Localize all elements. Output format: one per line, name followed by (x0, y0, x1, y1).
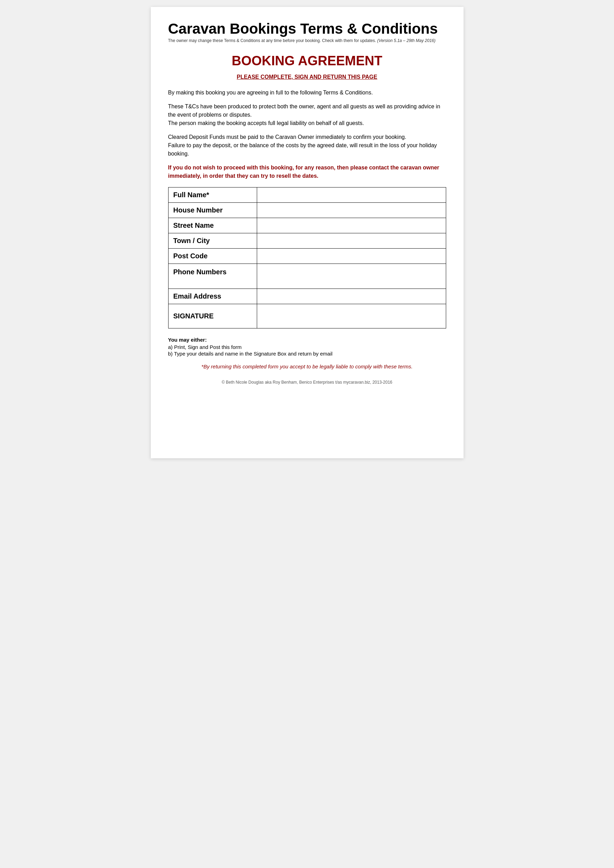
table-row: Email Address (168, 289, 446, 304)
list-item: a) Print, Sign and Post this form (168, 344, 446, 350)
header-subtitle: The owner may change these Terms & Condi… (168, 38, 446, 43)
field-value-signature[interactable] (257, 304, 446, 329)
field-label-post-code: Post Code (168, 249, 257, 264)
field-value-post-code[interactable] (257, 249, 446, 264)
field-label-phone-numbers: Phone Numbers (168, 264, 257, 289)
header: Caravan Bookings Terms & Conditions The … (168, 21, 446, 43)
paragraph-3: Cleared Deposit Funds must be paid to th… (168, 133, 446, 158)
please-complete-label: PLEASE COMPLETE, SIGN AND RETURN THIS PA… (168, 74, 446, 80)
field-label-email-address: Email Address (168, 289, 257, 304)
list-item: b) Type your details and name in the Sig… (168, 351, 446, 356)
instructions-heading: You may either: (168, 337, 446, 343)
table-row: Full Name* (168, 188, 446, 203)
table-row: House Number (168, 203, 446, 218)
paragraph-1: By making this booking you are agreeing … (168, 88, 446, 97)
field-value-house-number[interactable] (257, 203, 446, 218)
instructions: You may either: a) Print, Sign and Post … (168, 337, 446, 356)
table-row: Town / City (168, 233, 446, 249)
field-value-phone-numbers[interactable] (257, 264, 446, 289)
table-row: Post Code (168, 249, 446, 264)
page: Caravan Bookings Terms & Conditions The … (151, 7, 463, 458)
table-row: Street Name (168, 218, 446, 233)
legal-note: *By returning this completed form you ac… (168, 364, 446, 369)
warning-text: If you do not wish to proceed with this … (168, 164, 446, 180)
field-value-town-city[interactable] (257, 233, 446, 249)
table-row: Phone Numbers (168, 264, 446, 289)
field-label-full-name: Full Name* (168, 188, 257, 203)
booking-agreement-title: BOOKING AGREEMENT (168, 53, 446, 68)
footer-copyright: © Beth Nicole Douglas aka Roy Benham, Be… (168, 380, 446, 385)
paragraph-2: These T&Cs have been produced to protect… (168, 102, 446, 127)
table-row: SIGNATURE (168, 304, 446, 329)
field-value-street-name[interactable] (257, 218, 446, 233)
page-title: Caravan Bookings Terms & Conditions (168, 21, 446, 37)
field-value-full-name[interactable] (257, 188, 446, 203)
field-label-signature: SIGNATURE (168, 304, 257, 329)
field-label-street-name: Street Name (168, 218, 257, 233)
field-label-house-number: House Number (168, 203, 257, 218)
field-value-email-address[interactable] (257, 289, 446, 304)
booking-form-table: Full Name* House Number Street Name Town… (168, 187, 446, 329)
field-label-town-city: Town / City (168, 233, 257, 249)
